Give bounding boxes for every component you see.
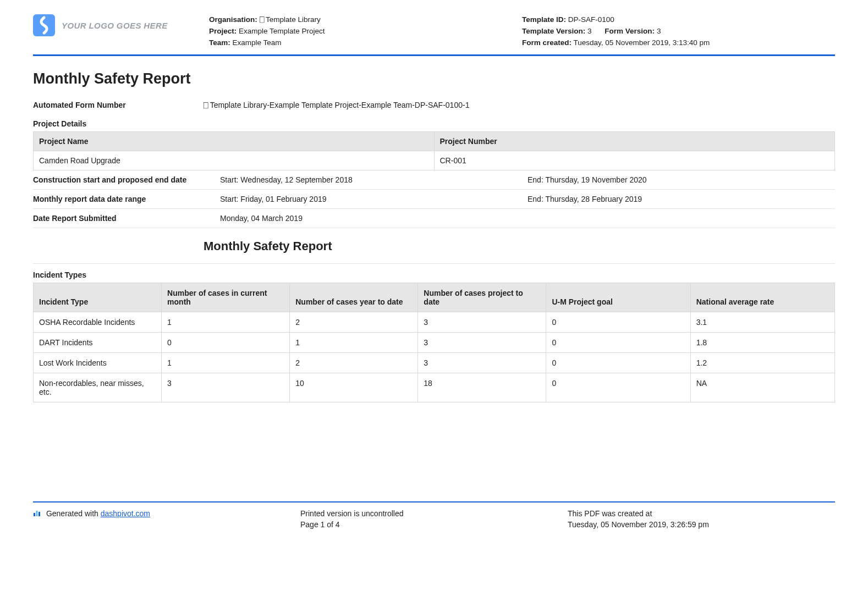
cell: 0: [546, 373, 690, 402]
automated-form-number-row: Automated Form Number ⎕ Template Library…: [33, 97, 835, 116]
construction-start: Start: Wednesday, 12 September 2018: [220, 175, 528, 184]
cell: 3.1: [690, 312, 834, 332]
cell: Lost Work Incidents: [34, 352, 162, 373]
cell: 1.8: [690, 332, 834, 352]
date-submitted-value: Monday, 04 March 2019: [220, 214, 528, 223]
afn-label: Automated Form Number: [33, 101, 204, 109]
template-version-value: 3: [587, 27, 592, 35]
pdf-created-value: Tuesday, 05 November 2019, 3:26:59 pm: [568, 519, 835, 530]
template-version-label: Template Version:: [522, 27, 585, 35]
template-id-label: Template ID:: [522, 15, 566, 24]
svg-rect-0: [34, 513, 35, 516]
template-id-value: DP-SAF-0100: [568, 15, 614, 24]
cell: 10: [290, 373, 418, 402]
footer-left: Generated with dashpivot.com: [33, 508, 300, 531]
svg-rect-1: [36, 511, 38, 516]
team-label: Team:: [209, 38, 230, 47]
date-submitted-row: Date Report Submitted Monday, 04 March 2…: [33, 209, 835, 228]
project-label: Project:: [209, 27, 237, 35]
footer-center: Printed version is uncontrolled Page 1 o…: [300, 508, 568, 531]
cell: 3: [162, 373, 290, 402]
form-version-value: 3: [657, 27, 661, 35]
page-number: Page 1 of 4: [300, 519, 568, 530]
date-submitted-label: Date Report Submitted: [33, 214, 220, 223]
cell: 0: [162, 332, 290, 352]
bars-icon: [33, 509, 41, 520]
cell: 3: [418, 312, 546, 332]
cell: 1: [162, 352, 290, 373]
cell: DART Incidents: [34, 332, 162, 352]
afn-value: ⎕ Template Library-Example Template Proj…: [204, 101, 469, 109]
cell: 1: [290, 332, 418, 352]
cell: NA: [690, 373, 834, 402]
cell: 3: [418, 332, 546, 352]
project-value: Example Template Project: [239, 27, 325, 35]
cell: 3: [418, 352, 546, 373]
cell: 18: [418, 373, 546, 402]
organisation-label: Organisation:: [209, 15, 257, 24]
logo-icon: [33, 14, 55, 36]
construction-end: End: Thursday, 19 November 2020: [528, 175, 835, 184]
cell: 2: [290, 352, 418, 373]
document-header: YOUR LOGO GOES HERE Organisation: ⎕ Temp…: [33, 14, 835, 56]
table-row: Non-recordables, near misses, etc.310180…: [34, 373, 835, 402]
form-version-label: Form Version:: [605, 27, 655, 35]
col-current-month: Number of cases in current month: [162, 283, 290, 312]
col-incident-type: Incident Type: [34, 283, 162, 312]
project-details-label: Project Details: [33, 116, 835, 131]
svg-rect-2: [39, 512, 40, 516]
incident-types-label: Incident Types: [33, 263, 835, 283]
report-range-label: Monthly report data date range: [33, 195, 220, 203]
organisation-value: ⎕ Template Library: [260, 15, 321, 24]
table-row: OSHA Recordable Incidents12303.1: [34, 312, 835, 332]
project-name-value: Camden Road Upgrade: [34, 151, 435, 170]
report-subheader: Monthly Safety Report: [204, 239, 835, 253]
logo-block: YOUR LOGO GOES HERE: [33, 14, 209, 36]
cell: 2: [290, 312, 418, 332]
footer-right: This PDF was created at Tuesday, 05 Nove…: [568, 508, 835, 531]
col-um-project-goal: U-M Project goal: [546, 283, 690, 312]
project-details-table: Project Name Project Number Camden Road …: [33, 131, 835, 170]
project-number-header: Project Number: [434, 131, 835, 151]
report-range-row: Monthly report data date range Start: Fr…: [33, 190, 835, 209]
document-footer: Generated with dashpivot.com Printed ver…: [33, 501, 835, 531]
col-national-avg: National average rate: [690, 283, 834, 312]
table-row: DART Incidents01301.8: [34, 332, 835, 352]
meta-right: Template ID: DP-SAF-0100 Template Versio…: [522, 14, 835, 49]
table-row: Lost Work Incidents12301.2: [34, 352, 835, 373]
cell: Non-recordables, near misses, etc.: [34, 373, 162, 402]
construction-dates-label: Construction start and proposed end date: [33, 175, 220, 184]
form-created-value: Tuesday, 05 November 2019, 3:13:40 pm: [574, 38, 710, 47]
project-number-value: CR-001: [434, 151, 835, 170]
cell: 0: [546, 332, 690, 352]
project-name-header: Project Name: [34, 131, 435, 151]
report-range-start: Start: Friday, 01 February 2019: [220, 195, 528, 203]
incident-types-table: Incident Type Number of cases in current…: [33, 283, 835, 402]
cell: 1.2: [690, 352, 834, 373]
cell: 1: [162, 312, 290, 332]
team-value: Example Team: [233, 38, 282, 47]
form-created-label: Form created:: [522, 38, 572, 47]
pdf-created-label: This PDF was created at: [568, 508, 835, 519]
col-project-to-date: Number of cases project to date: [418, 283, 546, 312]
col-year-to-date: Number of cases year to date: [290, 283, 418, 312]
logo-placeholder-text: YOUR LOGO GOES HERE: [62, 21, 168, 30]
construction-dates-row: Construction start and proposed end date…: [33, 170, 835, 190]
uncontrolled-text: Printed version is uncontrolled: [300, 508, 568, 519]
page-title: Monthly Safety Report: [33, 70, 835, 87]
report-range-end: End: Thursday, 28 February 2019: [528, 195, 835, 203]
dashpivot-link[interactable]: dashpivot.com: [101, 509, 150, 518]
cell: OSHA Recordable Incidents: [34, 312, 162, 332]
meta-left: Organisation: ⎕ Template Library Project…: [209, 14, 522, 49]
cell: 0: [546, 352, 690, 373]
cell: 0: [546, 312, 690, 332]
generated-prefix: Generated with: [46, 509, 101, 518]
